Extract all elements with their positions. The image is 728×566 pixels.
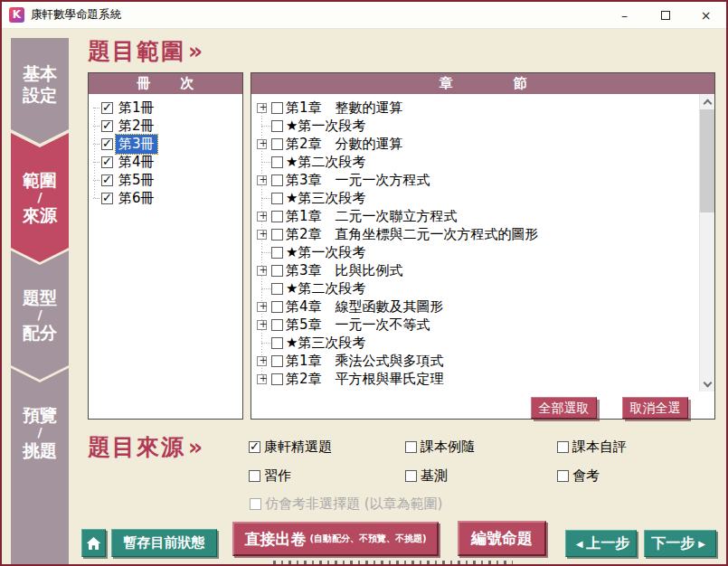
- volume-label[interactable]: 第6冊: [116, 189, 157, 208]
- chapter-item[interactable]: 第3章 一元一次方程式: [251, 171, 700, 189]
- chapter-label[interactable]: ★第一次段考: [284, 117, 367, 136]
- source-checkbox[interactable]: [405, 470, 417, 482]
- expand-plus-icon[interactable]: [257, 139, 267, 149]
- direct-exam-button[interactable]: 直接出卷 (自動配分、不預覽、不挑題): [232, 522, 439, 556]
- scroll-up-icon[interactable]: [700, 94, 714, 109]
- source-option[interactable]: 會考: [557, 467, 705, 485]
- chapter-checkbox[interactable]: [271, 102, 283, 114]
- expand-plus-icon[interactable]: [257, 266, 267, 276]
- expand-plus-icon[interactable]: [257, 356, 267, 366]
- minimize-button[interactable]: –: [604, 2, 645, 28]
- chapter-label[interactable]: 第2章 分數的運算: [284, 135, 405, 154]
- volume-label[interactable]: 第2冊: [116, 117, 157, 136]
- source-checkbox[interactable]: [557, 470, 569, 482]
- chapter-item[interactable]: ★第三次段考: [251, 189, 700, 207]
- chapter-item[interactable]: ★第三次段考: [251, 334, 700, 352]
- chapter-label[interactable]: ★第一次段考: [284, 243, 367, 262]
- chapter-label[interactable]: 第2章 平方根與畢氏定理: [284, 370, 446, 389]
- chapter-label[interactable]: ★第二次段考: [284, 153, 367, 172]
- chapter-checkbox[interactable]: [271, 156, 283, 168]
- deselect-all-button[interactable]: 取消全選: [622, 397, 688, 419]
- source-option[interactable]: 課本例隨: [405, 438, 557, 456]
- volume-label[interactable]: 第3冊: [116, 135, 157, 154]
- select-all-button[interactable]: 全部選取: [531, 397, 597, 419]
- chapter-checkbox[interactable]: [271, 211, 283, 222]
- chapter-label[interactable]: 第2章 直角坐標與二元一次方程式的圖形: [284, 225, 541, 244]
- prev-step-button[interactable]: ◀ 上一步: [565, 530, 637, 557]
- close-button[interactable]: ×: [685, 2, 726, 28]
- source-option[interactable]: 基測: [405, 467, 557, 485]
- chapter-checkbox[interactable]: [271, 247, 283, 259]
- chapter-label[interactable]: 第3章 一元一次方程式: [284, 171, 432, 190]
- chapter-scrollbar[interactable]: [699, 94, 714, 391]
- source-option[interactable]: 康軒精選題: [249, 438, 405, 456]
- chapter-checkbox[interactable]: [271, 120, 283, 132]
- chapter-checkbox[interactable]: [271, 301, 283, 313]
- chapter-item[interactable]: 第1章 乘法公式與多項式: [251, 352, 700, 370]
- chapter-label[interactable]: 第3章 比與比例式: [284, 261, 405, 280]
- chapter-label[interactable]: 第1章 整數的運算: [284, 99, 405, 118]
- chapter-checkbox[interactable]: [271, 337, 283, 349]
- chapter-checkbox[interactable]: [271, 193, 283, 204]
- chapter-item[interactable]: 第1章 二元一次聯立方程式: [251, 207, 700, 225]
- volume-checkbox[interactable]: [101, 193, 113, 204]
- chapter-item[interactable]: 第4章 線型函數及其圖形: [251, 297, 700, 316]
- expand-plus-icon[interactable]: [257, 230, 267, 240]
- save-state-button[interactable]: 暫存目前狀態: [111, 529, 217, 557]
- source-checkbox[interactable]: [405, 441, 417, 453]
- next-step-button[interactable]: 下一步 ▶: [644, 530, 716, 557]
- chapter-label[interactable]: 第4章 線型函數及其圖形: [284, 297, 446, 316]
- sidebar-tab-1[interactable]: 基本設定: [11, 38, 69, 144]
- source-checkbox[interactable]: [249, 441, 260, 453]
- chapter-item[interactable]: 第5章 一元一次不等式: [251, 316, 700, 334]
- chapter-checkbox[interactable]: [271, 283, 283, 295]
- expand-plus-icon[interactable]: [257, 302, 267, 312]
- chapter-item[interactable]: 第2章 分數的運算: [251, 135, 700, 153]
- chapter-item[interactable]: 第3章 比與比例式: [251, 261, 700, 279]
- scrollbar-thumb[interactable]: [700, 109, 714, 212]
- chapter-item[interactable]: ★第一次段考: [251, 117, 700, 135]
- maximize-button[interactable]: [645, 2, 685, 28]
- chapter-label[interactable]: 第5章 一元一次不等式: [284, 316, 432, 335]
- expand-plus-icon[interactable]: [257, 103, 267, 113]
- scroll-down-icon[interactable]: [700, 376, 714, 391]
- volume-checkbox[interactable]: [101, 102, 113, 114]
- chapter-item[interactable]: ★第二次段考: [251, 153, 700, 171]
- chapter-label[interactable]: ★第三次段考: [284, 334, 367, 353]
- volume-checkbox[interactable]: [101, 138, 113, 150]
- volume-label[interactable]: 第5冊: [116, 171, 157, 190]
- volume-item[interactable]: 第3冊: [89, 135, 242, 153]
- expand-plus-icon[interactable]: [257, 374, 267, 384]
- chapter-checkbox[interactable]: [271, 175, 283, 186]
- chapter-label[interactable]: 第1章 二元一次聯立方程式: [284, 207, 459, 226]
- source-option[interactable]: 習作: [249, 467, 405, 485]
- volume-label[interactable]: 第1冊: [116, 99, 157, 118]
- volume-label[interactable]: 第4冊: [116, 153, 157, 172]
- volume-checkbox[interactable]: [101, 175, 113, 186]
- chapter-label[interactable]: ★第二次段考: [284, 279, 367, 298]
- chapter-item[interactable]: 第2章 平方根與畢氏定理: [251, 370, 700, 388]
- source-checkbox[interactable]: [557, 441, 569, 453]
- chapter-item[interactable]: ★第一次段考: [251, 243, 700, 261]
- chapter-item[interactable]: 第2章 直角坐標與二元一次方程式的圖形: [251, 225, 700, 243]
- sidebar-tab-4[interactable]: 預覽/挑題: [11, 368, 69, 564]
- chapter-label[interactable]: ★第三次段考: [284, 189, 367, 208]
- chapter-checkbox[interactable]: [271, 138, 283, 150]
- volume-item[interactable]: 第6冊: [89, 189, 242, 207]
- home-button[interactable]: [81, 529, 106, 557]
- volume-item[interactable]: 第1冊: [89, 99, 242, 117]
- chapter-item[interactable]: ★第二次段考: [251, 279, 700, 297]
- chapter-checkbox[interactable]: [271, 229, 283, 241]
- chapter-checkbox[interactable]: [271, 265, 283, 277]
- chapter-checkbox[interactable]: [271, 373, 283, 385]
- expand-plus-icon[interactable]: [257, 320, 267, 330]
- volume-item[interactable]: 第4冊: [89, 153, 242, 171]
- chapter-checkbox[interactable]: [271, 319, 283, 331]
- sidebar-tab-3[interactable]: 題型/配分: [11, 250, 69, 380]
- chapter-label[interactable]: 第1章 乘法公式與多項式: [284, 352, 446, 371]
- volume-item[interactable]: 第5冊: [89, 171, 242, 189]
- source-checkbox[interactable]: [249, 470, 260, 482]
- chapter-item[interactable]: 第1章 整數的運算: [251, 99, 700, 117]
- volume-checkbox[interactable]: [101, 156, 113, 168]
- source-option[interactable]: 課本自評: [557, 438, 705, 456]
